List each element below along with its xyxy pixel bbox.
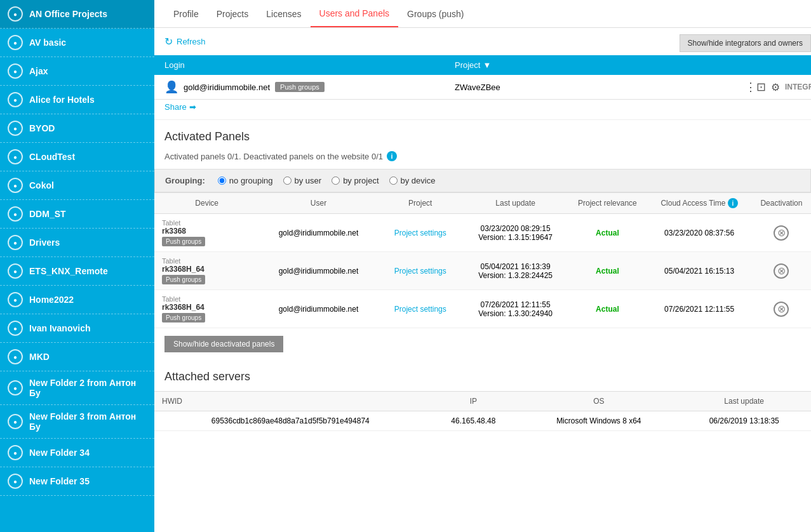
panels-info: Activated panels 0/1. Deactivated panels… (154, 149, 811, 169)
relevance-badge-2: Actual (575, 305, 639, 314)
sidebar-item-alice-hotels[interactable]: ●Alice for Hotels (0, 86, 154, 114)
grouping-option-by-device-label: by device (401, 176, 436, 185)
cloudaccess-cell-1: 05/04/2021 16:15:13 (647, 252, 751, 290)
cloud-access-info-icon[interactable]: i (728, 198, 738, 208)
os-col-header: OS (520, 392, 677, 411)
sidebar-label-cloudtest: CLoudTest (29, 152, 75, 162)
project-link-0[interactable]: Project settings (385, 229, 455, 237)
info-icon[interactable]: i (387, 151, 397, 161)
sidebar-label-new-folder-34: New Folder 34 (29, 448, 90, 458)
lastupdate-col-header: Last update (463, 193, 568, 214)
user-project-cell: ZWaveZBee (445, 83, 735, 92)
grouping-options: no grouping by user by project by device (218, 176, 436, 185)
last-update-date-2: 07/26/2021 12:11:55 (471, 300, 560, 309)
sidebar-icon-drivers: ● (8, 235, 23, 250)
sidebar-icon-byod: ● (8, 121, 23, 136)
deactivate-button-2[interactable]: ⊗ (774, 302, 789, 317)
device-type-0: Tablet (162, 219, 251, 227)
project-link-1[interactable]: Project settings (385, 267, 455, 276)
sidebar-icon-new-folder-35: ● (8, 474, 23, 489)
sidebar-item-ets-knx[interactable]: ●ETS_KNX_Remote (0, 257, 154, 286)
lastupdate-cell-1: 05/04/2021 16:13:39 Version: 1.3.28:2442… (463, 252, 568, 290)
push-groups-sm-1[interactable]: Push groups (162, 275, 205, 284)
gear-icon[interactable]: ⚙ (771, 81, 780, 93)
grouping-label: Grouping: (165, 176, 205, 185)
relevance-badge-0: Actual (575, 229, 639, 237)
tab-projects[interactable]: Projects (208, 1, 258, 27)
user-cell-0: gold@iridiummobile.net (259, 214, 377, 252)
grouping-option-no-grouping[interactable]: no grouping (218, 176, 273, 185)
sidebar-label-mkd: MKD (29, 352, 50, 362)
grouping-option-by-project[interactable]: by project (332, 176, 379, 185)
ip-cell-0: 46.165.48.48 (427, 411, 521, 431)
sidebar-item-drivers[interactable]: ●Drivers (0, 229, 154, 257)
sidebar-icon-cloudtest: ● (8, 149, 23, 164)
qr-icon[interactable]: ⋮⊡ (745, 80, 766, 94)
refresh-bar: ↻ Refresh (154, 28, 811, 55)
sidebar-label-ajax: Ajax (29, 66, 48, 76)
sort-icon[interactable]: ▼ (483, 60, 491, 70)
sidebar-item-ajax[interactable]: ●Ajax (0, 57, 154, 86)
tab-users-panels[interactable]: Users and Panels (311, 1, 399, 27)
deactivate-button-0[interactable]: ⊗ (774, 225, 789, 241)
cloudaccess-cell-0: 03/23/2020 08:37:56 (647, 214, 751, 252)
device-type-2: Tablet (162, 295, 251, 303)
project-cell-1: Project settings (378, 252, 463, 290)
refresh-icon: ↻ (164, 36, 173, 48)
project-link-2[interactable]: Project settings (385, 305, 455, 314)
user-avatar-icon: 👤 (164, 80, 178, 94)
sidebar-item-home2022[interactable]: ●Home2022 (0, 286, 154, 314)
device-cell-2: Tablet rk3368H_64 Push groups (154, 290, 259, 328)
grouping-option-by-user[interactable]: by user (283, 176, 322, 185)
push-groups-sm-2[interactable]: Push groups (162, 313, 205, 323)
sidebar-item-av-basic[interactable]: ●AV basic (0, 29, 154, 57)
tab-groups-push[interactable]: Groups (push) (398, 1, 473, 27)
push-groups-sm-0[interactable]: Push groups (162, 237, 205, 246)
sidebar-item-mkd[interactable]: ●MKD (0, 343, 154, 371)
tab-profile[interactable]: Profile (164, 1, 208, 27)
sidebar-label-av-basic: AV basic (29, 37, 66, 48)
sidebar-item-cloudtest[interactable]: ●CLoudTest (0, 143, 154, 171)
deactivation-cell-2: ⊗ (752, 290, 811, 328)
hwid-cell-0: 69536cdb1c869ae48d8a7a1d5f5b791e494874 (154, 411, 427, 431)
sidebar-item-cokol[interactable]: ●Cokol (0, 171, 154, 200)
relevance-badge-1: Actual (575, 267, 639, 276)
sidebar-item-an-office[interactable]: ●AN Office Projects (0, 0, 154, 29)
table-row: Tablet rk3368H_64 Push groups gold@iridi… (154, 290, 811, 328)
grouping-radio-by-device[interactable] (389, 176, 398, 185)
user-table-header: Login Project ▼ (154, 55, 811, 75)
sidebar-label-home2022: Home2022 (29, 295, 74, 305)
grouping-radio-by-user[interactable] (283, 176, 292, 185)
sidebar-label-alice-hotels: Alice for Hotels (29, 95, 95, 105)
sidebar-label-cokol: Cokol (29, 180, 54, 190)
share-button[interactable]: Share ➡ (154, 100, 206, 114)
version-2: Version: 1.3.30:24940 (471, 309, 560, 318)
sidebar-icon-ajax: ● (8, 63, 23, 79)
sidebar-item-byod[interactable]: ●BYOD (0, 114, 154, 143)
deactivate-button-1[interactable]: ⊗ (774, 263, 789, 279)
grouping-radio-no-grouping[interactable] (218, 176, 226, 185)
grouping-radio-by-project[interactable] (332, 176, 340, 185)
grouping-option-by-device[interactable]: by device (389, 176, 436, 185)
relevance-cell-2: Actual (568, 290, 647, 328)
refresh-button[interactable]: ↻ Refresh (164, 36, 206, 48)
sidebar-item-new-folder-3[interactable]: ●New Folder 3 from Антон Бу (0, 405, 154, 439)
tab-licenses[interactable]: Licenses (257, 1, 310, 27)
push-groups-button[interactable]: Push groups (275, 82, 325, 92)
sidebar-item-new-folder-2[interactable]: ●New Folder 2 from Антон Бу (0, 371, 154, 405)
device-col-header: Device (154, 193, 259, 214)
sidebar-item-ivan[interactable]: ●Ivan Ivanovich (0, 314, 154, 343)
device-name-0: rk3368 (162, 227, 251, 236)
deactivation-col-header: Deactivation (752, 193, 811, 214)
sidebar-label-byod: BYOD (29, 123, 55, 133)
sidebar-label-new-folder-2: New Folder 2 from Антон Бу (29, 378, 147, 398)
device-cell-0: Tablet rk3368 Push groups (154, 214, 259, 252)
table-row: Tablet rk3368 Push groups gold@iridiummo… (154, 214, 811, 252)
sidebar-item-new-folder-35[interactable]: ●New Folder 35 (0, 467, 154, 496)
sidebar-item-new-folder-34[interactable]: ●New Folder 34 (0, 439, 154, 467)
show-deactivated-button[interactable]: Show/hide deactivated panels (164, 336, 283, 352)
sidebar-item-ddm-st[interactable]: ●DDM_ST (0, 200, 154, 229)
lastupdate-cell-0: 03/23/2020 08:29:15 Version: 1.3.15:1964… (463, 214, 568, 252)
sidebar-icon-ddm-st: ● (8, 206, 23, 222)
project-cell-2: Project settings (378, 290, 463, 328)
